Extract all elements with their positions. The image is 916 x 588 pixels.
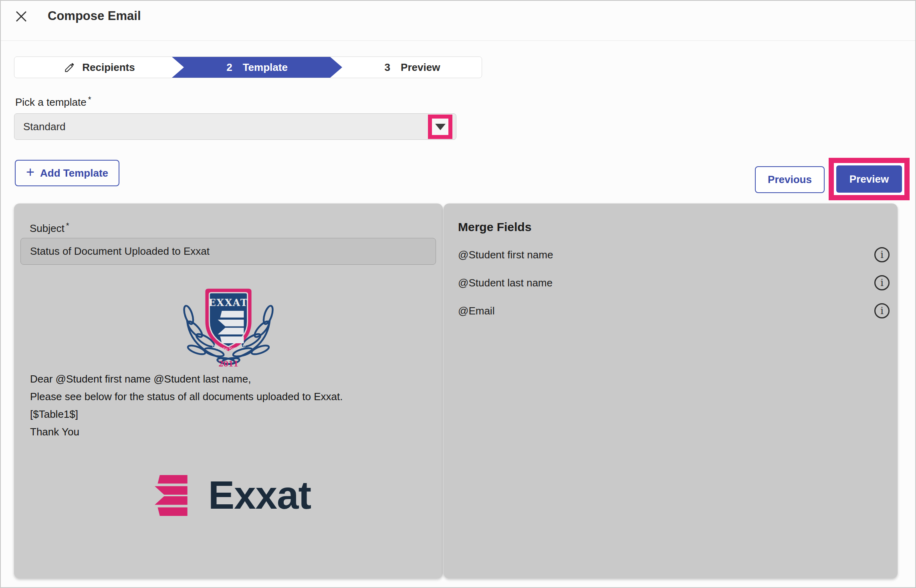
exxat-crest-logo: EXXAT Educate Smarter 2011: [177, 284, 280, 369]
step-label: Preview: [401, 61, 440, 74]
merge-field-row: @Student first name i: [444, 244, 898, 266]
crest-name-text: EXXAT: [208, 297, 248, 308]
dropdown-arrow-highlight[interactable]: [428, 115, 452, 139]
stepper-step-preview[interactable]: 3 Preview: [342, 57, 482, 78]
info-icon[interactable]: i: [874, 247, 890, 262]
close-icon[interactable]: [14, 10, 28, 23]
step-label: Template: [243, 61, 288, 74]
required-asterisk: *: [66, 221, 69, 230]
plus-icon: +: [26, 165, 34, 179]
chevron-down-icon: [435, 124, 446, 130]
info-icon[interactable]: i: [874, 275, 890, 290]
page-title: Compose Email: [48, 9, 141, 23]
header-divider: [1, 40, 915, 41]
stepper-step-recipients[interactable]: Recipients: [14, 57, 185, 78]
body-line: Please see below for the status of all d…: [30, 388, 343, 405]
body-line: Thank You: [30, 423, 343, 441]
compose-email-dialog: Compose Email Recipients 2 Template 3 Pr…: [0, 0, 916, 588]
body-line: Dear @Student first name @Student last n…: [30, 370, 343, 388]
required-asterisk: *: [88, 95, 91, 104]
info-icon[interactable]: i: [874, 303, 890, 318]
subject-value: Status of Document Uploaded to Exxat: [30, 238, 210, 264]
step-label: Recipients: [82, 61, 135, 74]
preview-button-highlight: Preview: [829, 158, 910, 200]
email-body[interactable]: Dear @Student first name @Student last n…: [30, 370, 343, 441]
exxat-e-icon: [146, 474, 191, 517]
stepper-step-template[interactable]: 2 Template: [172, 57, 342, 78]
subject-label: Subject*: [30, 222, 69, 235]
subject-input[interactable]: Status of Document Uploaded to Exxat: [20, 238, 436, 265]
pencil-icon: [64, 62, 75, 73]
add-template-label: Add Template: [40, 167, 108, 179]
template-select[interactable]: Standard: [14, 113, 456, 140]
body-line: [$Table1$]: [30, 405, 343, 423]
step-number: 2: [226, 61, 232, 74]
preview-button[interactable]: Preview: [836, 165, 902, 193]
merge-field-label: @Student last name: [458, 272, 553, 294]
merge-field-row: @Student last name i: [444, 272, 898, 294]
merge-field-row: @Email i: [444, 300, 898, 322]
merge-field-label: @Student first name: [458, 244, 553, 266]
step-number: 3: [385, 61, 390, 74]
exxat-wordmark-logo: Exxat: [14, 473, 443, 518]
crest-year-text: 2011: [218, 360, 238, 368]
add-template-button[interactable]: + Add Template: [15, 160, 119, 186]
pick-template-label: Pick a template*: [15, 96, 91, 109]
stepper: Recipients 2 Template 3 Preview: [14, 56, 482, 78]
merge-field-label: @Email: [458, 300, 494, 322]
wordmark-text: Exxat: [208, 473, 311, 518]
template-select-value: Standard: [23, 114, 66, 139]
email-template-panel: Subject* Status of Document Uploaded to …: [14, 203, 443, 578]
merge-fields-panel: Merge Fields @Student first name i @Stud…: [444, 203, 898, 578]
previous-button[interactable]: Previous: [755, 166, 825, 193]
merge-fields-title: Merge Fields: [458, 220, 531, 234]
